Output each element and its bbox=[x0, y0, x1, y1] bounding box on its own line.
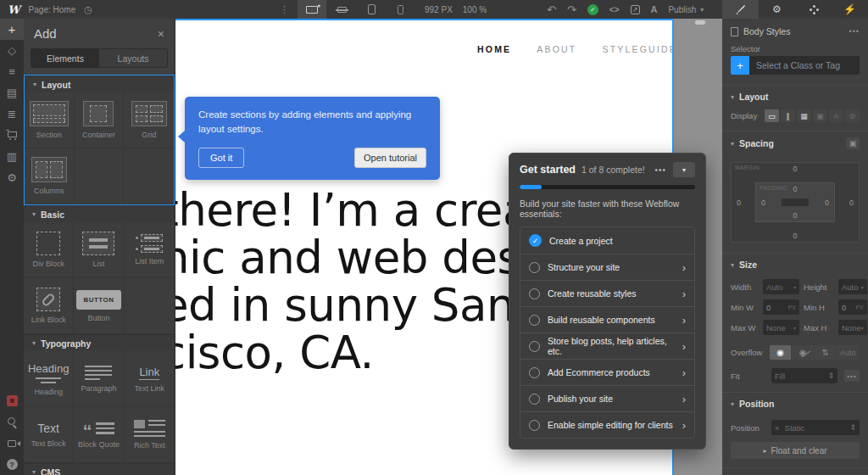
publish-button[interactable]: Publish bbox=[668, 5, 696, 14]
typography-section-header[interactable]: ▾ Typography bbox=[722, 467, 868, 475]
padding-right-value[interactable]: 0 bbox=[825, 198, 829, 207]
layout-section-header[interactable]: ▾ Layout bbox=[25, 75, 174, 92]
max-h-input[interactable]: None▾ bbox=[838, 320, 867, 335]
fit-select[interactable]: Fill⇕ bbox=[771, 368, 837, 383]
element-heading[interactable]: Heading Heading bbox=[24, 351, 74, 407]
typography-section-header[interactable]: ▾ Typography bbox=[24, 334, 175, 351]
components-button[interactable]: ◇ bbox=[0, 40, 24, 61]
display-inline-button[interactable]: A bbox=[829, 109, 843, 122]
position-section-header[interactable]: ▾ Position bbox=[722, 392, 868, 415]
element-div-block[interactable]: Div Block bbox=[24, 222, 74, 278]
got-it-button[interactable]: Got it bbox=[198, 148, 244, 168]
breakpoint-desktop-button[interactable]: ★ bbox=[298, 0, 326, 19]
scrollbar-thumb[interactable] bbox=[695, 20, 705, 25]
code-export-icon[interactable]: <> bbox=[609, 5, 620, 14]
zoom-level-value[interactable]: 100 % bbox=[463, 5, 487, 14]
max-w-input[interactable]: None▾ bbox=[763, 320, 799, 335]
checklist-item-simple-editing[interactable]: Enable simple editing for clients › bbox=[520, 411, 694, 438]
element-section[interactable]: Section bbox=[25, 92, 75, 148]
saved-check-icon[interactable]: ✓ bbox=[587, 4, 598, 15]
tab-style-panel[interactable] bbox=[722, 0, 759, 19]
overflow-visible-button[interactable]: ◉ bbox=[770, 345, 792, 360]
breakpoint-phone-button[interactable] bbox=[387, 0, 413, 19]
display-flex-button[interactable]: ∥ bbox=[781, 109, 795, 122]
history-icon[interactable]: ◷ bbox=[84, 4, 92, 15]
audit-icon[interactable]: A bbox=[651, 4, 658, 14]
margin-bottom-value[interactable]: 0 bbox=[793, 232, 797, 240]
class-selector-input[interactable]: + Select a Class or Tag bbox=[731, 56, 860, 75]
spacing-control[interactable]: MARGIN 0 0 0 0 PADDING 0 0 0 0 bbox=[731, 162, 860, 243]
float-and-clear-button[interactable]: ▸ Float and clear bbox=[731, 442, 860, 459]
tab-interactions-panel[interactable] bbox=[795, 0, 832, 19]
webflow-logo[interactable]: W bbox=[8, 3, 20, 16]
tab-layouts[interactable]: Layouts bbox=[99, 49, 167, 67]
height-input[interactable]: Auto▾ bbox=[838, 279, 867, 294]
canvas-width-value[interactable]: 992 PX bbox=[425, 5, 453, 14]
position-select[interactable]: × Static ⇕ bbox=[771, 420, 860, 435]
element-text-link[interactable]: Link Text Link bbox=[125, 351, 175, 407]
basic-section-header[interactable]: ▾ Basic bbox=[24, 205, 175, 222]
help-button[interactable]: ? bbox=[0, 454, 24, 475]
close-icon[interactable]: × bbox=[158, 27, 164, 41]
navigator-button[interactable]: ≡ bbox=[0, 61, 24, 82]
spacing-settings-icon[interactable]: ▣ bbox=[846, 137, 860, 149]
nav-link-home[interactable]: HOME bbox=[477, 44, 511, 54]
padding-top-value[interactable]: 0 bbox=[793, 185, 797, 193]
ecommerce-button[interactable] bbox=[0, 125, 24, 146]
screencast-button[interactable] bbox=[0, 433, 24, 454]
breakpoint-laptop-button[interactable] bbox=[330, 0, 355, 19]
open-tutorial-button[interactable]: Open tutorial bbox=[354, 148, 426, 168]
checklist-item-ecommerce-products[interactable]: Add Ecommerce products › bbox=[520, 359, 694, 385]
cms-section-header[interactable]: ▾ CMS bbox=[24, 463, 175, 475]
add-elements-button[interactable]: + bbox=[0, 19, 24, 40]
overflow-hidden-button[interactable]: ◉ bbox=[792, 345, 814, 360]
page-selector[interactable]: Page: Home bbox=[29, 5, 76, 14]
display-inline-block-button[interactable]: ▣ bbox=[813, 109, 827, 122]
element-text-block[interactable]: Text Text Block bbox=[24, 407, 74, 463]
checklist-item-store-blog-posts[interactable]: Store blog posts, help articles, etc. › bbox=[520, 332, 694, 359]
margin-right-value[interactable]: 0 bbox=[849, 198, 854, 207]
margin-left-value[interactable]: 0 bbox=[737, 198, 741, 207]
padding-control[interactable]: PADDING 0 0 0 0 bbox=[755, 182, 835, 222]
width-input[interactable]: Auto▾ bbox=[763, 279, 799, 294]
element-columns[interactable]: Columns bbox=[25, 148, 75, 204]
display-block-button[interactable]: ▭ bbox=[765, 109, 779, 122]
collapse-button[interactable]: ▾ bbox=[673, 162, 695, 177]
layout-section-header[interactable]: ▾ Layout bbox=[722, 85, 868, 108]
breakpoint-tablet-button[interactable] bbox=[359, 0, 384, 19]
more-horizontal-icon[interactable]: ••• bbox=[849, 27, 860, 36]
nav-link-about[interactable]: ABOUT bbox=[537, 44, 576, 54]
assets-button[interactable]: ▥ bbox=[0, 146, 24, 167]
margin-top-value[interactable]: 0 bbox=[793, 165, 797, 173]
display-grid-button[interactable]: ▦ bbox=[797, 109, 811, 122]
undo-icon[interactable]: ↶ bbox=[547, 3, 556, 16]
checklist-item-publish-site[interactable]: Publish your site › bbox=[520, 385, 694, 411]
checklist-item-structure-site[interactable]: Structure your site › bbox=[520, 254, 694, 280]
padding-left-value[interactable]: 0 bbox=[761, 198, 765, 207]
checklist-item-reusable-components[interactable]: Build reusable components › bbox=[520, 306, 694, 332]
element-button[interactable]: BUTTON Button bbox=[74, 278, 124, 334]
pages-button[interactable]: ▤ bbox=[0, 82, 24, 103]
min-w-input[interactable]: 0PX bbox=[763, 299, 799, 315]
element-list-item[interactable]: List Item bbox=[125, 222, 175, 278]
element-container[interactable]: Container bbox=[75, 92, 125, 148]
checklist-item-reusable-styles[interactable]: Create reusable styles › bbox=[520, 280, 694, 306]
element-paragraph[interactable]: Paragraph bbox=[74, 351, 124, 407]
element-grid[interactable]: Grid bbox=[124, 92, 174, 148]
nav-link-styleguide[interactable]: STYLEGUIDE bbox=[602, 44, 674, 54]
search-button[interactable] bbox=[0, 411, 24, 433]
padding-bottom-value[interactable]: 0 bbox=[793, 211, 797, 220]
cms-button[interactable]: ≣ bbox=[0, 103, 24, 125]
display-none-button[interactable]: ⊘ bbox=[845, 109, 860, 122]
tab-quick-actions[interactable]: ⚡ bbox=[832, 0, 868, 19]
tab-settings-panel[interactable]: ⚙ bbox=[759, 0, 795, 19]
more-horizontal-icon[interactable]: ••• bbox=[654, 165, 666, 175]
overflow-auto-button[interactable]: Auto bbox=[837, 345, 859, 360]
video-button[interactable] bbox=[0, 390, 24, 411]
share-icon[interactable]: ↗ bbox=[631, 5, 640, 14]
element-link-block[interactable]: Link Block bbox=[24, 278, 74, 334]
overflow-scroll-button[interactable]: ⇅ bbox=[815, 345, 837, 360]
spacing-section-header[interactable]: ▾ Spacing ▣ bbox=[722, 131, 868, 155]
checklist-item-create-project[interactable]: ✓ Create a project bbox=[520, 227, 694, 254]
project-settings-button[interactable]: ⚙ bbox=[0, 167, 24, 188]
